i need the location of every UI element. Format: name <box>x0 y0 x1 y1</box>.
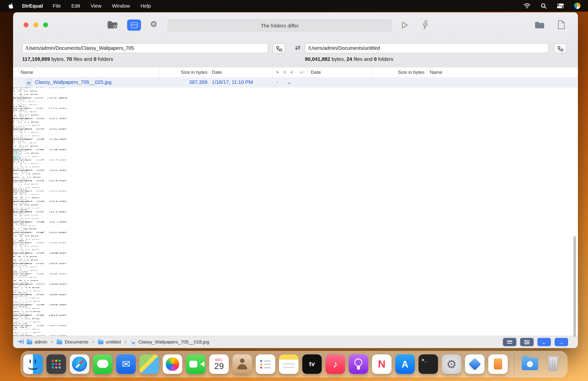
dock-finder-icon[interactable] <box>23 355 43 374</box>
reveal-path-icon[interactable] <box>18 339 24 345</box>
dock-mail-icon[interactable]: ✉ <box>116 355 136 374</box>
header-size-left[interactable]: Size in bytes <box>159 67 209 77</box>
header-date-left[interactable]: Date <box>209 67 273 77</box>
table-row[interactable]: Classy_Wallpapers_705__015.jpg 5,338,002… <box>13 181 20 191</box>
header-name-right[interactable]: Name <box>427 67 578 77</box>
control-center-icon[interactable] <box>557 3 564 9</box>
clock-menu-icon[interactable] <box>574 3 580 9</box>
dock-system-settings-icon[interactable]: ⚙ <box>442 355 461 374</box>
menu-file[interactable]: File <box>47 3 66 9</box>
document-icon[interactable] <box>558 20 565 31</box>
header-date-right[interactable]: Date <box>306 67 373 77</box>
table-row[interactable]: Classy_Wallpapers_705__024.jpg 391,784 1… <box>13 88 20 98</box>
dock-notes-icon[interactable] <box>279 355 298 374</box>
dock-photos-icon[interactable] <box>163 355 182 374</box>
breadcrumb-admin[interactable]: admin <box>26 339 47 344</box>
lightning-icon[interactable] <box>422 20 429 31</box>
header-name-left[interactable]: Name <box>13 67 159 77</box>
swap-directions-icon[interactable]: ⇄ <box>292 44 303 52</box>
menu-help[interactable]: Help <box>135 3 156 9</box>
table-row[interactable]: Classy_Wallpapers_705__003.jpg 4,124,655… <box>13 305 20 315</box>
dock-app-store-icon[interactable]: A <box>395 355 415 374</box>
dock-music-icon[interactable]: ♪ <box>325 355 345 374</box>
dock-downloads-icon[interactable]: ↓ <box>520 355 539 374</box>
table-row[interactable]: Classy_Wallpapers_705__022.jpg 4,109,361… <box>13 108 20 118</box>
table-row[interactable]: Classy_Wallpapers_705__007.jpg 5,939,749… <box>13 264 20 274</box>
dock-terminal-icon[interactable]: >_ <box>419 355 438 374</box>
left-file-date: 2/4/14, 8:51 PM <box>13 101 36 102</box>
folders-icon[interactable] <box>107 20 118 31</box>
status-bar-buttons: ← → <box>503 338 568 346</box>
gear-icon[interactable]: ⚙ <box>150 20 157 29</box>
dock-contacts-icon[interactable] <box>232 355 252 374</box>
table-row[interactable]: Classy_Wallpapers_705__013.jpg 3,540,065… <box>13 201 20 211</box>
apple-menu-icon[interactable] <box>8 2 14 9</box>
table-row[interactable]: Classy_Wallpapers_705__021.jpg 485,072 9… <box>13 119 20 129</box>
right-file-size: 4,109,361 <box>13 116 29 117</box>
right-file-size <box>373 77 427 88</box>
table-row[interactable]: Classy_Wallpapers_705__001.jpg 5,415,763… <box>13 325 20 336</box>
dock-messages-icon[interactable] <box>93 355 112 374</box>
table-row[interactable]: Classy_Wallpapers_705__005.jpg 3,951,670… <box>13 284 20 294</box>
menu-edit[interactable]: Edit <box>66 3 85 9</box>
table-row[interactable]: Classy_Wallpapers_705__004.jpg 5,043,605… <box>13 294 20 305</box>
compare-view-button[interactable] <box>127 19 141 31</box>
table-row[interactable]: Classy_Wallpapers_705__018.jpg 3,464,371… <box>13 150 20 160</box>
table-row[interactable]: Classy_Wallpapers_705__006.jpg 6,210,148… <box>13 274 20 284</box>
right-path-field[interactable] <box>305 43 548 53</box>
chevron-down-icon[interactable] <box>299 69 304 74</box>
dock-news-icon[interactable]: N <box>372 355 391 374</box>
table-row[interactable]: Classy_Wallpapers_705__016.jpg 2,267,186… <box>13 171 20 181</box>
dock-launchpad-icon[interactable] <box>46 355 66 374</box>
table-row[interactable]: Classy_Wallpapers_705__017.jpg 765,321 1… <box>13 160 20 170</box>
left-choose-folder-button[interactable] <box>273 43 285 54</box>
right-choose-folder-button[interactable] <box>554 43 567 54</box>
dock-podcasts-icon[interactable] <box>349 355 368 374</box>
breadcrumb-untitled[interactable]: untitled <box>98 339 121 344</box>
equal-filter-button[interactable] <box>503 338 516 346</box>
left-path-field[interactable] <box>22 43 268 53</box>
vertical-scrollbar-thumb[interactable] <box>573 236 576 337</box>
compare-dot <box>20 93 21 93</box>
zoom-button[interactable] <box>43 22 48 27</box>
dock-safari-icon[interactable] <box>70 355 89 374</box>
previous-difference-button[interactable]: ← <box>537 338 551 346</box>
dock-direqual-icon[interactable] <box>465 355 484 374</box>
table-row[interactable]: Classy_Wallpapers_705__012.jpg 3,740,847… <box>13 212 20 222</box>
dock-calendar-icon[interactable]: DEC 29 <box>209 355 229 374</box>
close-button[interactable] <box>23 22 28 27</box>
search-icon[interactable] <box>541 3 546 9</box>
table-row[interactable]: Classy_Wallpapers_705__002.jpg 6,216,479… <box>13 315 20 325</box>
table-row[interactable]: Classy_Wallpapers_705__025.jpg 387,359 1… <box>13 77 578 88</box>
table-row[interactable]: Classy_Wallpapers_705__008.jpg 7,578,724… <box>13 253 20 263</box>
play-icon[interactable] <box>400 20 409 31</box>
folder-icon[interactable] <box>534 21 545 31</box>
table-row[interactable]: Classy_Wallpapers_705__014.jpg 4,739,344… <box>13 191 20 201</box>
table-row[interactable]: Classy_Wallpapers_705__010.jpg 3,367,967… <box>13 232 20 243</box>
table-row[interactable]: Classy_Wallpapers_705__019.jpg 384,114 1… <box>13 139 20 150</box>
table-row[interactable]: Classy_Wallpapers_705__009.jpg 2,937,107… <box>13 243 20 253</box>
dock-pages-icon[interactable] <box>488 355 508 374</box>
breadcrumb-selected-file[interactable]: Classy_Wallpapers_705__018.jpg <box>130 339 209 345</box>
menu-window[interactable]: Window <box>107 3 135 9</box>
dock-maps-icon[interactable] <box>139 355 159 374</box>
dock-reminders-icon[interactable] <box>256 355 275 374</box>
dock-trash-icon[interactable] <box>543 355 563 374</box>
table-row[interactable]: Classy_Wallpapers_705__023.JPG 3,040,907… <box>13 98 20 108</box>
header-size-right[interactable]: Size in bytes <box>373 67 427 77</box>
filter-sliders-button[interactable] <box>520 338 533 346</box>
dock-facetime-icon[interactable] <box>186 355 205 374</box>
menu-view[interactable]: View <box>85 3 107 9</box>
left-file-size: 6,513,061 <box>13 224 29 224</box>
table-row[interactable]: Classy_Wallpapers_705__020.jpg 476,580 1… <box>13 129 20 139</box>
right-file-date: 12/20/14, 8:34 PM <box>13 239 40 240</box>
left-file-size: 5,043,605 <box>13 296 29 297</box>
table-row[interactable]: Classy_Wallpapers_705__011.jpg 6,513,061… <box>13 222 20 232</box>
wifi-icon[interactable] <box>524 3 531 9</box>
header-compare[interactable]: > = < <box>273 67 306 77</box>
next-difference-button[interactable]: → <box>555 338 568 346</box>
app-menu-direqual[interactable]: DirEqual <box>18 3 48 9</box>
dock-tv-icon[interactable]: tv <box>302 355 322 374</box>
minimize-button[interactable] <box>33 22 38 27</box>
breadcrumb-documents[interactable]: Documents <box>57 339 88 344</box>
